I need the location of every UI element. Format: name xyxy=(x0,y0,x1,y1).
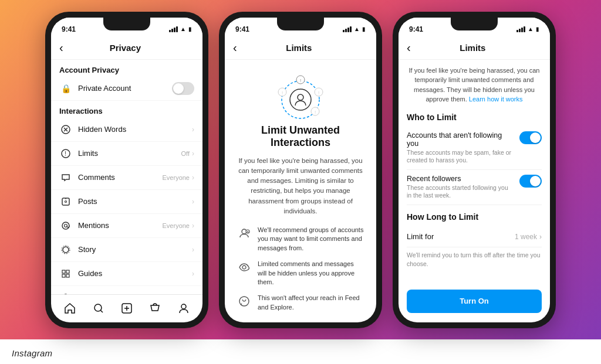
nav-title-1: Privacy xyxy=(68,43,183,53)
nav-title-3: Limits xyxy=(416,43,530,53)
who-to-limit-title: Who to Limit xyxy=(407,113,542,122)
setting-mentions[interactable]: Mentions Everyone › xyxy=(51,214,202,238)
svg-text:!: ! xyxy=(282,90,283,96)
how-long-title: How Long to Limit xyxy=(407,212,542,222)
limits-intro-desc: If you feel like you're being harassed, … xyxy=(237,156,364,217)
phone-1: 9:41 ▲ ▮ ‹ Privacy xyxy=(45,12,208,328)
not-following-toggle[interactable] xyxy=(519,131,542,144)
limits-intro-content: ! ! ! ! Limit Unwanted Interactions If y… xyxy=(225,60,376,322)
setting-story[interactable]: Story › xyxy=(51,238,202,262)
duration-value: 1 week › xyxy=(515,233,542,241)
svg-rect-12 xyxy=(62,270,65,273)
comments-icon xyxy=(59,171,72,184)
story-label: Story xyxy=(78,245,192,254)
posts-label: Posts xyxy=(78,197,192,206)
battery-icon-2: ▮ xyxy=(362,26,366,32)
svg-text:!: ! xyxy=(315,110,316,115)
recent-followers-desc: These accounts started following you in … xyxy=(407,184,514,200)
toggle-not-following: Accounts that aren't following you These… xyxy=(407,127,542,170)
svg-text:!: ! xyxy=(300,78,301,83)
phone-2: 9:41 ▲ ▮ ‹ Limits xyxy=(219,12,382,328)
not-following-desc: These accounts may be spam, fake or crea… xyxy=(407,149,514,165)
setting-comments[interactable]: Comments Everyone › xyxy=(51,166,202,190)
notch-2 xyxy=(277,18,324,30)
setting-posts[interactable]: Posts › xyxy=(51,190,202,214)
svg-rect-15 xyxy=(66,274,69,277)
svg-point-10 xyxy=(63,247,69,253)
status-icons-3: ▲ ▮ xyxy=(516,26,539,32)
setting-limits[interactable]: ! Limits Off › xyxy=(51,142,202,166)
nav-bar-3: ‹ Limits xyxy=(399,36,550,60)
recent-followers-label: Recent followers These accounts started … xyxy=(407,175,514,200)
back-button-2[interactable]: ‹ xyxy=(233,41,237,55)
nav-add[interactable] xyxy=(117,299,136,318)
svg-point-26 xyxy=(290,89,311,110)
nav-shop[interactable] xyxy=(146,299,164,318)
svg-point-19 xyxy=(94,304,102,311)
hidden-words-label: Hidden Words xyxy=(78,125,192,134)
not-following-title: Accounts that aren't following you xyxy=(407,131,514,148)
chevron-comments: › xyxy=(192,174,194,182)
nav-profile[interactable] xyxy=(174,299,193,318)
learn-link[interactable]: Learn how it works xyxy=(469,96,523,103)
limits-intro-title: Limit Unwanted Interactions xyxy=(237,124,364,149)
wifi-icon-1: ▲ xyxy=(180,26,186,32)
hidden-words-icon xyxy=(59,123,72,136)
limits-intro-section: ! ! ! ! Limit Unwanted Interactions If y… xyxy=(225,60,376,322)
comments-label: Comments xyxy=(78,173,163,182)
duration-label: Limit for xyxy=(407,232,434,241)
toggle-recent-followers: Recent followers These accounts started … xyxy=(407,170,542,205)
feature-item-3: This won't affect your reach in Feed and… xyxy=(237,294,364,312)
time-1: 9:41 xyxy=(62,25,76,33)
back-button-3[interactable]: ‹ xyxy=(407,41,411,55)
duration-row[interactable]: Limit for 1 week › xyxy=(407,226,542,247)
turn-on-button[interactable]: Turn On xyxy=(407,290,542,313)
private-account-toggle[interactable] xyxy=(172,82,194,95)
limits-value: Off xyxy=(181,150,190,157)
svg-text:!: ! xyxy=(318,90,319,96)
posts-icon xyxy=(59,195,72,208)
svg-point-6 xyxy=(65,200,67,202)
mentions-label: Mentions xyxy=(78,221,163,230)
signal-icon-2 xyxy=(343,26,352,32)
status-icons-2: ▲ ▮ xyxy=(343,26,366,32)
mentions-icon xyxy=(59,219,72,232)
svg-rect-14 xyxy=(62,274,65,277)
no-affect-icon xyxy=(237,294,252,309)
section-account-privacy: Account Privacy xyxy=(51,60,202,77)
battery-icon-1: ▮ xyxy=(188,26,192,32)
chevron-mentions: › xyxy=(192,222,194,230)
recent-followers-title: Recent followers xyxy=(407,175,514,183)
mentions-value: Everyone xyxy=(163,222,190,229)
chevron-story: › xyxy=(192,246,194,254)
svg-text:!: ! xyxy=(65,151,66,157)
setting-activity[interactable]: Activity Status › xyxy=(51,286,202,294)
chevron-hidden-words: › xyxy=(192,125,194,134)
limits-settings-section: If you feel like you're being harassed, … xyxy=(399,60,550,283)
nav-home[interactable] xyxy=(60,299,79,318)
setting-guides[interactable]: Guides › xyxy=(51,262,202,286)
wifi-icon-2: ▲ xyxy=(354,26,360,32)
not-following-label: Accounts that aren't following you These… xyxy=(407,131,514,165)
status-icons-1: ▲ ▮ xyxy=(169,26,192,32)
guides-label: Guides xyxy=(78,269,192,278)
reminder-text: We'll remind you to turn this off after … xyxy=(407,251,542,268)
bottom-nav-1 xyxy=(51,294,202,322)
notch-1 xyxy=(103,18,150,30)
svg-rect-13 xyxy=(66,270,69,273)
recent-followers-toggle[interactable] xyxy=(519,175,542,188)
nav-bar-2: ‹ Limits xyxy=(225,36,376,60)
limits-info-text: If you feel like you're being harassed, … xyxy=(407,66,542,104)
feature-item-2: Limited comments and messages will be hi… xyxy=(237,260,364,287)
back-button-1[interactable]: ‹ xyxy=(59,41,63,55)
gradient-background: 9:41 ▲ ▮ ‹ Privacy xyxy=(0,0,601,339)
privacy-content: Account Privacy 🔒 Private Account Intera… xyxy=(51,60,202,294)
app-wrapper: 9:41 ▲ ▮ ‹ Privacy xyxy=(0,0,601,364)
nav-search[interactable] xyxy=(89,299,108,318)
setting-hidden-words[interactable]: Hidden Words › xyxy=(51,118,202,142)
chevron-duration: › xyxy=(539,233,542,241)
setting-private-account[interactable]: 🔒 Private Account xyxy=(51,77,202,101)
section-interactions: Interactions xyxy=(51,101,202,118)
private-account-label: Private Account xyxy=(78,84,172,93)
svg-point-8 xyxy=(62,222,69,229)
